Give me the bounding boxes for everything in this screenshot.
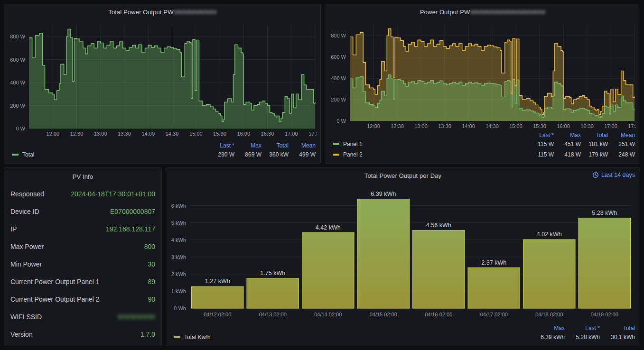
svg-text:0 W: 0 W	[336, 118, 346, 124]
svg-text:13:00: 13:00	[94, 131, 107, 137]
stat-header-last[interactable]: Last *	[527, 132, 554, 138]
svg-text:15:00: 15:00	[509, 123, 523, 129]
stat-total-value: 179 kW	[581, 151, 608, 158]
time-range-indicator[interactable]: Last 14 days	[592, 172, 635, 178]
svg-text:17:30: 17:30	[308, 131, 317, 137]
svg-text:200 W: 200 W	[10, 103, 25, 109]
panel-header[interactable]: Power Output PWWWWWWWWWWWWWWW	[325, 4, 640, 19]
svg-text:13:30: 13:30	[118, 131, 131, 137]
stat-header-max[interactable]: Max	[554, 132, 581, 138]
pv-info-label: Max Power	[10, 243, 44, 250]
stat-header-total[interactable]: Total	[261, 142, 289, 149]
svg-text:0 W: 0 W	[16, 126, 25, 131]
bar-chart-per-day[interactable]: 0 Wh1 kWh2 kWh3 kWh4 kWh5 kWh6 kWh1.27 k…	[169, 183, 635, 319]
svg-text:6 kWh: 6 kWh	[171, 203, 186, 209]
pv-info-value: 89	[148, 278, 155, 286]
pv-info-row: Min Power30	[4, 255, 161, 273]
panel-pv-info: PV Info Responsed2024-04-18T17:30:01+01:…	[4, 167, 162, 346]
time-series-chart-total[interactable]: 0 W200 W400 W600 W800 W12:0012:3013:0013…	[7, 19, 317, 138]
panel-title: Total Power Output per Day	[364, 172, 441, 179]
svg-text:4.42 kWh: 4.42 kWh	[316, 224, 341, 231]
series-swatch-panel1	[333, 143, 339, 145]
panel-power-output-panels: Power Output PWWWWWWWWWWWWWWW 0 W200 W40…	[325, 4, 640, 164]
svg-text:1 kWh: 1 kWh	[171, 288, 186, 294]
pv-info-value: 192.168.128.117	[106, 225, 155, 233]
stat-header-max[interactable]: Max	[234, 142, 261, 149]
panel-title: Power Output PWWWWWWWWWWWWWWW	[420, 9, 545, 16]
pv-info-value-redacted: WWWWWW	[118, 313, 155, 321]
series-swatch-total-kwh	[174, 336, 180, 338]
svg-text:2.37 kWh: 2.37 kWh	[481, 259, 506, 266]
panel-header[interactable]: Total Power Output per Day Last 14 days	[166, 168, 640, 183]
stat-max-value: 6.39 kWh	[530, 334, 565, 341]
pv-info-row: Responsed2024-04-18T17:30:01+01:00	[4, 185, 161, 203]
svg-text:16:30: 16:30	[261, 131, 274, 137]
stat-header-total[interactable]: Total	[600, 325, 635, 332]
svg-text:14:30: 14:30	[166, 131, 179, 137]
grafana-dashboard: Total Power Output PWWWWWWWWW 0 W200 W40…	[0, 0, 644, 350]
panel-title-text: Power Output PW	[420, 9, 470, 16]
pv-info-label: IP	[10, 225, 17, 233]
svg-text:14:00: 14:00	[141, 131, 155, 137]
stat-max-value: 418 W	[554, 151, 581, 158]
svg-text:0 Wh: 0 Wh	[174, 305, 186, 311]
panel-power-per-day: Total Power Output per Day Last 14 days …	[166, 167, 640, 346]
svg-text:12:30: 12:30	[70, 131, 84, 137]
pv-info-row: Current Power Output Panel 290	[4, 290, 161, 308]
pv-info-label: Current Power Output Panel 2	[10, 295, 100, 303]
stat-header-last[interactable]: Last *	[565, 325, 600, 332]
svg-text:04/18 02:00: 04/18 02:00	[535, 312, 563, 317]
chart-area: 0 W200 W400 W600 W800 W12:0012:3013:0013…	[325, 19, 640, 130]
series-label[interactable]: Total	[22, 151, 34, 158]
svg-text:15:30: 15:30	[533, 123, 546, 129]
pv-info-label: WIFI SSID	[10, 313, 42, 321]
time-range-label: Last 14 days	[601, 172, 635, 178]
stat-header-last[interactable]: Last *	[207, 142, 234, 149]
legend: Last * Max Total Mean Panel 1 115 W 451 …	[325, 131, 640, 163]
stat-header-max[interactable]: Max	[530, 325, 565, 332]
legend-stats-header: Max Last * Total	[174, 324, 635, 332]
pv-info-label: Current Power Output Panel 1	[10, 278, 100, 286]
svg-text:600 W: 600 W	[10, 57, 25, 63]
panel-title-text: Total Power Output PW	[108, 9, 173, 16]
legend-row-panel1: Panel 1 115 W 451 W 181 kW 251 W	[333, 139, 635, 149]
svg-text:04/15 02:00: 04/15 02:00	[370, 312, 397, 317]
svg-text:14:00: 14:00	[462, 123, 475, 129]
legend-row-total-kwh: Total Kw/h 6.39 kWh 5.28 kWh 30.1 kWh	[174, 332, 635, 342]
pv-info-row: Device IDE07000000807	[4, 203, 161, 220]
legend-row-total: Total 230 W 869 W 360 kW 499 W	[12, 149, 316, 160]
svg-text:400 W: 400 W	[331, 75, 346, 81]
svg-text:16:00: 16:00	[237, 131, 250, 137]
svg-text:5.28 kWh: 5.28 kWh	[592, 210, 617, 216]
svg-text:2 kWh: 2 kWh	[171, 271, 186, 277]
svg-text:1.75 kWh: 1.75 kWh	[260, 270, 285, 276]
pv-info-row: WIFI SSIDWWWWWW	[4, 308, 161, 325]
panel-header[interactable]: PV Info	[4, 168, 161, 185]
svg-text:4.02 kWh: 4.02 kWh	[537, 231, 562, 238]
stat-header-mean[interactable]: Mean	[608, 132, 635, 138]
clock-icon	[592, 172, 599, 178]
stat-header-total[interactable]: Total	[581, 132, 608, 138]
pv-info-row: IP192.168.128.117	[4, 220, 161, 238]
pv-info-value: E07000000807	[110, 208, 155, 215]
dashboard-row-bottom: PV Info Responsed2024-04-18T17:30:01+01:…	[4, 167, 640, 346]
series-label[interactable]: Panel 2	[343, 151, 363, 158]
time-series-chart-panels[interactable]: 0 W200 W400 W600 W800 W12:0012:3013:0013…	[328, 19, 636, 130]
stat-max-value: 869 W	[234, 151, 261, 158]
chart-area: 0 Wh1 kWh2 kWh3 kWh4 kWh5 kWh6 kWh1.27 k…	[166, 183, 640, 319]
svg-text:04/16 02:00: 04/16 02:00	[425, 312, 452, 317]
series-label[interactable]: Total Kw/h	[184, 334, 210, 341]
panel-header[interactable]: Total Power Output PWWWWWWWWW	[4, 4, 320, 19]
svg-text:12:00: 12:00	[367, 123, 380, 129]
series-label[interactable]: Panel 1	[343, 141, 363, 147]
svg-text:04/19 02:00: 04/19 02:00	[591, 312, 618, 317]
svg-text:3 kWh: 3 kWh	[171, 254, 186, 260]
svg-text:200 W: 200 W	[331, 97, 346, 102]
legend-stats-header: Last * Max Total Mean	[12, 142, 316, 149]
svg-text:15:00: 15:00	[189, 131, 203, 137]
svg-text:800 W: 800 W	[331, 33, 346, 38]
stat-header-mean[interactable]: Mean	[289, 142, 316, 149]
svg-text:1.27 kWh: 1.27 kWh	[205, 278, 230, 285]
pv-info-label: Min Power	[10, 260, 42, 268]
pv-info-label: Device ID	[10, 208, 39, 215]
